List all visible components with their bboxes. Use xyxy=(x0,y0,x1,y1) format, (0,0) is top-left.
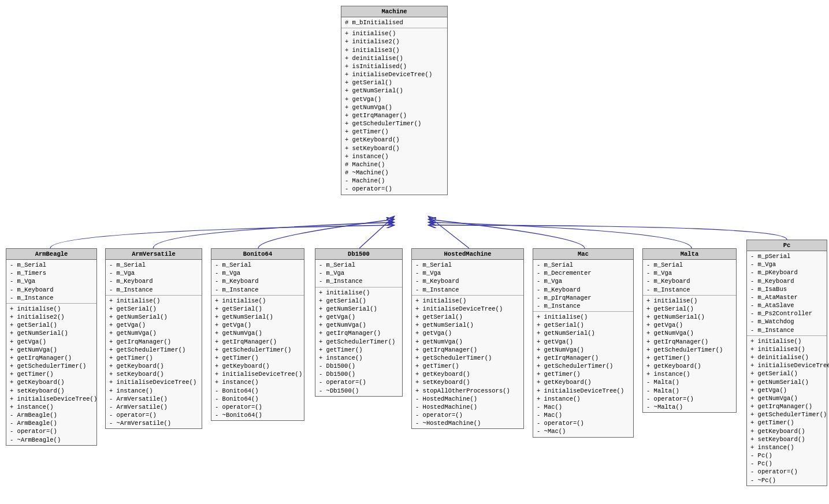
class-armversatile-methods: + initialise() + getSerial() + getNumSer… xyxy=(106,296,202,429)
class-pc: Pc - m_pSerial - m_Vga - m_pKeyboard - m… xyxy=(746,240,827,486)
class-armversatile-attrs: - m_Serial - m_Vga - m_Keyboard - m_Inst… xyxy=(106,260,202,296)
class-machine: Machine # m_bInitialised + initialise() … xyxy=(341,6,448,195)
class-mac-name: Mac xyxy=(533,249,633,260)
class-bonito64-name: Bonito64 xyxy=(211,249,304,260)
class-armbeagle: ArmBeagle - m_Serial - m_Timers - m_Vga … xyxy=(6,248,97,446)
attr: # m_bInitialised xyxy=(345,18,444,27)
class-armversatile: ArmVersatile - m_Serial - m_Vga - m_Keyb… xyxy=(105,248,202,429)
class-mac-methods: + initialise() + getSerial() + getNumSer… xyxy=(533,312,633,437)
class-malta-methods: + initialise() + getSerial() + getNumSer… xyxy=(643,296,736,412)
class-armbeagle-methods: + initialise() + initialise2() + getSeri… xyxy=(6,304,96,445)
class-db1500-methods: + initialise() + getSerial() + getNumSer… xyxy=(315,288,402,396)
class-pc-attrs: - m_pSerial - m_Vga - m_pKeyboard - m_Ke… xyxy=(747,251,827,336)
class-hostedmachine-attrs: - m_Serial - m_Vga - m_Keyboard - m_Inst… xyxy=(412,260,523,296)
class-malta-attrs: - m_Serial - m_Vga - m_Keyboard - m_Inst… xyxy=(643,260,736,296)
class-armbeagle-attrs: - m_Serial - m_Timers - m_Vga - m_Keyboa… xyxy=(6,260,96,304)
class-pc-name: Pc xyxy=(747,240,827,251)
class-bonito64-attrs: - m_Serial - m_Vga - m_Keyboard - m_Inst… xyxy=(211,260,304,296)
class-armversatile-name: ArmVersatile xyxy=(106,249,202,260)
class-mac-attrs: - m_Serial - m_Decrementer - m_Vga - m_K… xyxy=(533,260,633,312)
class-mac: Mac - m_Serial - m_Decrementer - m_Vga -… xyxy=(533,248,634,438)
class-machine-attributes: # m_bInitialised xyxy=(341,17,447,28)
class-bonito64-methods: + initialise() + getSerial() + getNumSer… xyxy=(211,296,304,421)
class-hostedmachine-methods: + initialise() + initialiseDeviceTree() … xyxy=(412,296,523,429)
class-hostedmachine: HostedMachine - m_Serial - m_Vga - m_Key… xyxy=(411,248,524,429)
class-db1500: Db1500 - m_Serial - m_Vga - m_Instance +… xyxy=(315,248,403,397)
class-machine-methods: + initialise() + initialise2() + initial… xyxy=(341,28,447,194)
class-malta: Malta - m_Serial - m_Vga - m_Keyboard - … xyxy=(642,248,737,413)
class-db1500-name: Db1500 xyxy=(315,249,402,260)
class-malta-name: Malta xyxy=(643,249,736,260)
class-bonito64: Bonito64 - m_Serial - m_Vga - m_Keyboard… xyxy=(211,248,304,421)
class-machine-name: Machine xyxy=(341,6,447,17)
class-pc-methods: + initialise() + initialise3() + deiniti… xyxy=(747,336,827,486)
class-armbeagle-name: ArmBeagle xyxy=(6,249,96,260)
class-hostedmachine-name: HostedMachine xyxy=(412,249,523,260)
class-db1500-attrs: - m_Serial - m_Vga - m_Instance xyxy=(315,260,402,288)
diagram-container: Machine # m_bInitialised + initialise() … xyxy=(0,0,829,504)
